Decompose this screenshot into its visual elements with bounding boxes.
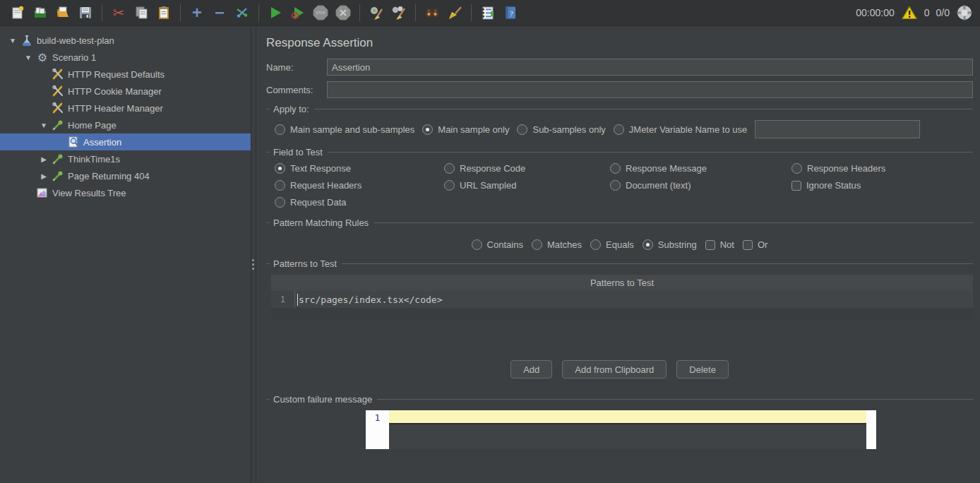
option-label: Or xyxy=(758,239,767,250)
remote-wheel-icon[interactable] xyxy=(956,4,973,21)
clear-all-icon xyxy=(391,5,407,20)
binoculars-icon xyxy=(424,5,440,20)
search-button[interactable] xyxy=(422,2,443,23)
comments-input[interactable] xyxy=(327,81,973,98)
new-file-icon xyxy=(10,5,25,20)
cut-button[interactable] xyxy=(108,2,129,23)
patterns-to-test-legend: Patterns to Test xyxy=(266,258,973,269)
checkbox-icon xyxy=(743,240,753,250)
help-button[interactable]: ? xyxy=(500,2,521,23)
ignore-status-option[interactable]: Ignore Status xyxy=(791,180,973,191)
response-message-option[interactable]: Response Message xyxy=(610,163,791,174)
clear-button[interactable] xyxy=(366,2,387,23)
editor-text-area[interactable] xyxy=(389,424,866,449)
expand-arrow-icon[interactable] xyxy=(37,172,51,180)
option-label: Text Response xyxy=(290,163,351,174)
toolbar: STOP ? 00:00:00 0 0/0 xyxy=(0,0,980,26)
tree-item-assertion[interactable]: Assertion xyxy=(0,133,251,150)
add-pattern-button[interactable]: Add xyxy=(510,360,552,378)
tree-item-label: Page Returning 404 xyxy=(68,171,150,181)
expand-arrow-icon[interactable] xyxy=(21,54,35,61)
tree-item-thinktime1s[interactable]: ThinkTime1s xyxy=(0,150,251,167)
url-sampled-option[interactable]: URL Sampled xyxy=(444,180,610,191)
apply-jmeter-variable-option[interactable]: JMeter Variable Name to use xyxy=(614,124,747,135)
templates-button[interactable] xyxy=(30,2,51,23)
shutdown-icon xyxy=(335,4,352,21)
remove-button[interactable] xyxy=(209,2,230,23)
tree-item-http-header-manager[interactable]: HTTP Header Manager xyxy=(0,100,251,117)
paste-button[interactable] xyxy=(153,2,174,23)
warning-icon[interactable] xyxy=(901,5,918,20)
name-input[interactable] xyxy=(327,59,973,76)
tree-item-page-returning-404[interactable]: Page Returning 404 xyxy=(0,167,251,184)
editor-active-line[interactable] xyxy=(389,410,866,424)
config-element-icon xyxy=(51,85,65,97)
custom-failure-editor[interactable]: 1 xyxy=(366,410,876,449)
broom-icon xyxy=(447,5,462,20)
response-code-option[interactable]: Response Code xyxy=(444,163,610,174)
splitter-grip-icon xyxy=(252,259,254,270)
radio-icon xyxy=(275,180,285,191)
new-file-button[interactable] xyxy=(7,2,28,23)
toolbar-separator xyxy=(359,4,360,21)
clear-all-button[interactable] xyxy=(388,2,410,23)
matches-option[interactable]: Matches xyxy=(532,239,582,250)
radio-icon xyxy=(590,239,601,250)
apply-main-only-option[interactable]: Main sample only xyxy=(422,124,509,135)
copy-button[interactable] xyxy=(131,2,152,23)
response-headers-option[interactable]: Response Headers xyxy=(791,163,973,174)
editor-scrollbar[interactable] xyxy=(866,410,876,449)
substring-option[interactable]: Substring xyxy=(643,239,697,250)
jmeter-window: STOP ? 00:00:00 0 0/0 xyxy=(0,0,980,483)
reset-search-button[interactable] xyxy=(444,2,465,23)
option-label: Matches xyxy=(547,239,582,250)
text-caret xyxy=(297,294,298,306)
not-option[interactable]: Not xyxy=(705,239,734,250)
warning-count: 0 xyxy=(924,7,930,18)
custom-failure-fieldset: Custom failure message 1 xyxy=(266,394,973,449)
apply-main-and-sub-option[interactable]: Main sample and sub-samples xyxy=(275,124,414,135)
tree-item-test-plan[interactable]: build-web-test-plan xyxy=(0,32,251,49)
pattern-row[interactable]: 1 src/pages/index.tsx</code> xyxy=(271,291,973,308)
tree-item-home-page[interactable]: Home Page xyxy=(0,117,251,133)
radio-icon xyxy=(614,124,624,135)
pattern-value[interactable]: src/pages/index.tsx</code> xyxy=(299,294,443,305)
jmeter-variable-input[interactable] xyxy=(755,120,920,138)
add-from-clipboard-button[interactable]: Add from Clipboard xyxy=(562,360,667,378)
delete-pattern-button[interactable]: Delete xyxy=(676,360,729,378)
add-button[interactable] xyxy=(186,2,208,23)
page-title: Response Assertion xyxy=(266,36,973,50)
radio-icon xyxy=(610,163,621,174)
tree-item-view-results-tree[interactable]: View Results Tree xyxy=(0,184,251,201)
stop-icon: STOP xyxy=(312,4,329,21)
open-file-button[interactable] xyxy=(52,2,73,23)
splitter-handle[interactable] xyxy=(251,26,256,483)
start-button[interactable] xyxy=(265,2,286,23)
document-text-option[interactable]: Document (text) xyxy=(610,180,791,191)
tree-item-scenario-1[interactable]: Scenario 1 xyxy=(0,49,251,66)
request-headers-option[interactable]: Request Headers xyxy=(275,180,444,191)
active-threads: 0/0 xyxy=(936,7,950,18)
request-data-option[interactable]: Request Data xyxy=(275,197,444,208)
save-button[interactable] xyxy=(75,2,96,23)
start-no-timers-icon xyxy=(290,5,306,20)
copy-icon xyxy=(133,5,149,20)
start-no-timers-button[interactable] xyxy=(287,2,309,23)
apply-sub-only-option[interactable]: Sub-samples only xyxy=(517,124,605,135)
stop-button[interactable]: STOP xyxy=(310,2,331,23)
text-response-option[interactable]: Text Response xyxy=(275,163,444,174)
function-helper-button[interactable] xyxy=(477,2,498,23)
tree-item-http-request-defaults[interactable]: HTTP Request Defaults xyxy=(0,66,251,83)
shutdown-button[interactable] xyxy=(333,2,354,23)
templates-icon xyxy=(32,5,48,20)
or-option[interactable]: Or xyxy=(743,239,767,250)
contains-option[interactable]: Contains xyxy=(472,239,523,250)
tree-item-http-cookie-manager[interactable]: HTTP Cookie Manager xyxy=(0,83,251,100)
expand-arrow-icon[interactable] xyxy=(37,121,51,129)
toolbar-separator xyxy=(258,4,259,21)
toggle-button[interactable] xyxy=(232,2,253,23)
expand-arrow-icon[interactable] xyxy=(6,37,20,44)
expand-arrow-icon[interactable] xyxy=(37,155,51,163)
equals-option[interactable]: Equals xyxy=(590,239,634,250)
name-row: Name: xyxy=(266,59,973,76)
